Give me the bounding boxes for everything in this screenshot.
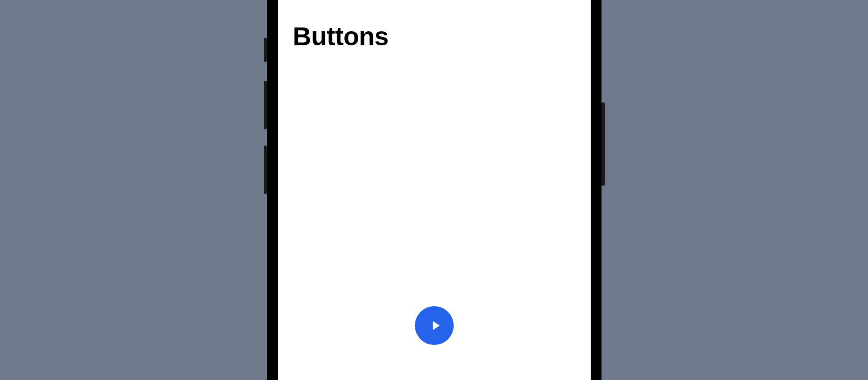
side-button-volume-up: [264, 81, 267, 129]
side-button-volume-down: [264, 146, 267, 194]
app-content: Buttons: [278, 0, 591, 380]
page-title: Buttons: [293, 22, 576, 51]
side-button-power: [602, 102, 605, 186]
device-frame: Buttons: [267, 0, 602, 380]
play-button[interactable]: [415, 306, 454, 345]
side-button-mute: [264, 38, 267, 62]
phone-screen: Buttons: [278, 0, 591, 380]
phone-body: Buttons: [267, 0, 602, 380]
play-icon: [428, 318, 443, 333]
